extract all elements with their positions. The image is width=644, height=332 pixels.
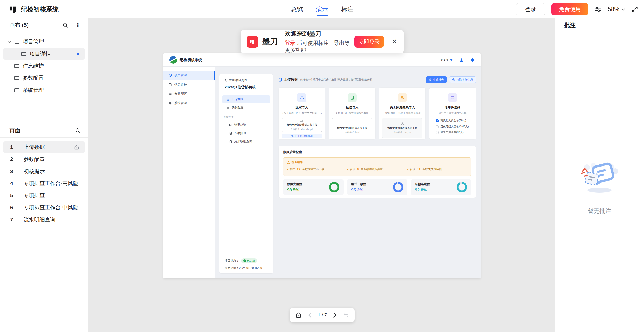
app-nav-label: 参数配置 [174,92,187,96]
free-use-button[interactable]: 免费使用 [551,3,588,15]
next-page-button[interactable] [333,312,337,318]
preferences-icon[interactable] [594,6,602,13]
page-item-5[interactable]: 5专项排查 [0,189,88,201]
app-nav-info-maintenance[interactable]: 信息维护 [163,80,215,89]
generate-report-button[interactable]: 生成报告 [426,76,447,83]
back-label: 返回项目列表 [229,78,247,82]
tree-item-system-management[interactable]: 系统管理 [0,84,88,96]
empty-annotation-illustration [578,158,621,199]
page-item-3[interactable]: 3初核提示 [0,165,88,177]
database-icon [226,98,229,101]
donut-gauge [329,182,339,192]
page-label: 参数配置 [24,156,45,163]
tree-item-project-management[interactable]: 项目管理 [0,36,88,48]
page-item-4[interactable]: 4专项排查工作台-高风险 [0,177,88,189]
tab-present[interactable]: 演示 [316,0,328,18]
checkbox-icon[interactable] [436,131,439,134]
page-label: 专项排查工作台-中风险 [24,204,78,211]
user-menu[interactable]: 某某某 [440,58,453,62]
id-card-icon [448,93,457,102]
checkbox-high-risk[interactable]: 高风险人员名单(68人) [436,119,473,122]
more-options-icon[interactable]: ⋮ [75,22,81,29]
finding-balance: 发现5条余额连续性异常 [347,167,407,171]
upload-tray-icon [297,93,306,102]
cube-icon [169,74,172,77]
restart-button[interactable] [343,312,349,318]
tree-item-parameter-config[interactable]: 参数配置 [0,72,88,84]
tab-annotate[interactable]: 标注 [341,0,353,18]
search-icon[interactable] [75,128,81,134]
dropzone-formats: 支持格式: html [345,131,359,134]
prev-page-button[interactable] [308,312,312,318]
panel-menu-special-check[interactable]: 专项排查 [222,129,270,137]
quality-metrics-row: 数据完整性 98.5% 格式一致性 95.2% 余额连续性 92.8% [283,179,471,195]
modao-logo-icon [247,36,258,48]
app-nav-label: 信息维护 [174,82,187,87]
page-item-7[interactable]: 7流水明细查询 [0,214,88,226]
mockingbot-logo-icon [9,5,18,14]
checkbox-history-suspect[interactable]: 历史可疑人员名单(45人) [436,125,473,128]
app-title: 纪检初核系统 [180,58,202,62]
pages-title: 页面 [9,127,75,134]
page-number: 2 [10,156,16,162]
panel-menu-result-overview[interactable]: 结果总览 [222,121,270,129]
bank-logo-icon [169,56,177,64]
frame-icon [14,64,19,68]
tab-overview[interactable]: 总览 [291,0,303,18]
panel-menu-flow-detail-query[interactable]: 流水明细查询 [222,138,270,145]
page-item-1[interactable]: 1 上传数据 [3,141,85,153]
upload-icon [300,119,303,122]
app-nav-project-management[interactable]: 项目管理 [163,71,215,80]
search-icon[interactable] [62,22,68,28]
user-name: 某某某 [440,58,449,62]
uploaded-flow-query-button[interactable]: 已上传流水查询 [282,134,322,138]
card-desc: 支持 Excel、PDF 格式文件批量上传 [282,111,322,115]
home-button[interactable] [295,312,302,318]
home-icon [74,144,79,150]
checkbox-icon[interactable] [436,119,439,122]
chevron-down-icon [8,41,11,43]
zoom-control[interactable]: 58% [608,6,625,13]
canvas-title: 画布 (5) [9,21,62,29]
back-to-projects[interactable]: 返回项目列表 [219,78,273,83]
panel-menu-label: 参数配置 [231,105,243,110]
checkbox-regulator-watch[interactable]: 监管关注名单(32人) [436,131,473,134]
check-icon: ✓ [243,259,246,262]
welcome-banner: 墨刀 欢迎来到墨刀 登录 后可使用标注、导出等更多功能 立即登录 ✕ [241,30,404,53]
user-icon[interactable] [459,58,464,62]
app-side-nav: 项目管理 信息维护 参数配置 系统管理 [163,67,215,278]
close-icon[interactable]: ✕ [392,38,397,46]
annotation-empty-state: 暂无批注 [555,158,644,215]
tree-item-label: 信息维护 [23,62,44,69]
dropzone-formats: 支持格式: xlsx, xls [393,131,412,134]
dropzone-credit[interactable]: 拖拽文件到此处或点击上传 支持格式: html [332,118,372,138]
fullscreen-icon[interactable] [631,6,638,13]
report-icon [429,78,432,81]
app-content: 上传数据 支持在一个项目中上传多个主体/账户数据，进行汇总/独立分析 生成报告 … [278,76,476,198]
pull-bank-info-button[interactable]: 拉取本行信息 [449,76,476,83]
bell-icon[interactable] [470,58,475,62]
finding-format: 发现23条数据格式不一致 [287,167,347,171]
dropzone-flow[interactable]: 拖拽文件到此处或点击上传 支持格式: xlsx, xls, pdf [282,118,322,132]
banner-login-link[interactable]: 登录 [285,40,295,46]
tree-item-project-detail[interactable]: 项目详情 [3,48,85,60]
preview-navigator: 1 / 7 [290,308,355,322]
app-nav-system-management[interactable]: 系统管理 [163,99,215,108]
card-title: 流水导入 [295,105,308,110]
panel-menu-parameter-config[interactable]: 参数配置 [222,104,270,111]
checkbox-icon[interactable] [436,125,439,128]
dropzone-family[interactable]: 拖拽文件到此处或点击上传 支持格式: xlsx, xls [382,118,423,138]
page-item-6[interactable]: 6专项排查工作台-中风险 [0,201,88,214]
data-quality-panel: 数据质量检查 检查结果 发现23条数据格式不一致 发现5条余额连续性异常 发现1… [278,146,476,198]
app-nav-parameter-config[interactable]: 参数配置 [163,89,215,99]
page-item-2[interactable]: 2参数配置 [0,153,88,165]
login-now-button[interactable]: 立即登录 [354,36,384,48]
dropzone-text: 拖拽文件到此处或点击上传 [337,126,367,130]
panel-menu-upload-data[interactable]: 上传数据 [222,95,270,103]
modao-wordmark: 墨刀 [262,36,278,47]
annotation-header: 批注 [555,18,644,32]
tree-item-info-maintenance[interactable]: 信息维护 [0,60,88,72]
dropzone-text: 拖拽文件到此处或点击上传 [287,123,317,127]
tree-item-label: 参数配置 [23,74,44,81]
login-button[interactable]: 登录 [516,3,545,15]
